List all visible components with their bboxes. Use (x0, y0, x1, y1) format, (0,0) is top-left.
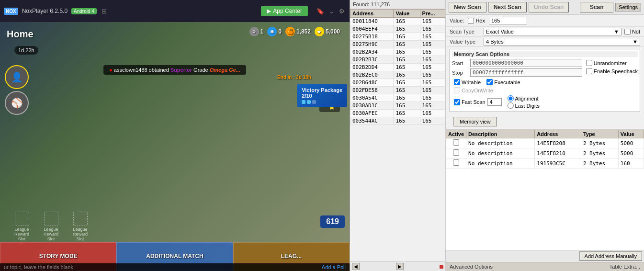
scan-prev: 165 (420, 41, 445, 48)
scan-prev: 165 (420, 25, 445, 33)
table-extra-label[interactable]: Table Extra... (610, 264, 640, 270)
new-scan-button[interactable]: New Scan (449, 2, 486, 12)
scan-table-row[interactable]: 002FDE58165165 (350, 87, 445, 94)
start-row: Start (452, 59, 582, 67)
slot-label-2: League Reward Slot (44, 227, 58, 241)
scan-value: 165 (394, 41, 420, 48)
writable-check[interactable]: Writable (454, 79, 481, 85)
copyonwrite-label: CopyOnWrite (462, 88, 493, 93)
hex-check-label: Hex (475, 18, 485, 23)
nox-extra-icon[interactable]: ⊞ (101, 7, 108, 16)
copyonwrite-input[interactable] (454, 87, 460, 93)
scan-table-row[interactable]: 00275H9C165165 (350, 41, 445, 48)
hex-check-input[interactable] (468, 18, 474, 24)
scan-value: 165 (394, 110, 420, 117)
blue-icon: ❄ (267, 27, 277, 36)
settings-button[interactable]: Settings (615, 3, 641, 11)
active-cell[interactable] (446, 148, 466, 158)
scan-table-row[interactable]: 0030AFEC165165 (350, 110, 445, 117)
stop-input[interactable] (470, 68, 582, 77)
fast-scan-value[interactable] (487, 98, 502, 106)
scroll-right-btn[interactable]: ▶ (396, 263, 404, 270)
unrandomizer-check[interactable]: Unrandomizer (586, 60, 638, 66)
scan-table-row[interactable]: 002B2B3C165165 (350, 56, 445, 64)
orange-resource: 🍊 1,852 (285, 27, 311, 36)
ce-scan-buttons: New Scan Next Scan Undo Scan Scan Settin… (446, 0, 644, 15)
chevron-down-icon[interactable]: ⌄ (328, 7, 335, 16)
game-top-bar: ⚙ 1 ❄ 0 🍊 1,852 ★ 5,000 (249, 27, 340, 36)
writable-label: Writable (462, 79, 481, 85)
scan-table-row[interactable]: 00275B18165165 (350, 33, 445, 41)
stop-scan-icon[interactable] (440, 265, 443, 269)
undo-scan-button[interactable]: Undo Scan (529, 2, 569, 12)
active-checkbox[interactable] (453, 139, 459, 146)
app-center-button[interactable]: ▶ App Center (261, 6, 308, 16)
add-address-button[interactable]: Add Address Manually (579, 251, 642, 261)
address-table-row[interactable]: No description14E5F82102 Bytes5000 (446, 148, 644, 158)
speedhack-check[interactable]: Enable Speedhack (586, 68, 638, 74)
advanced-options-label[interactable]: Advanced Options (450, 264, 493, 270)
not-checkbox[interactable]: Not (624, 29, 640, 35)
copyonwrite-row: CopyOnWrite (452, 86, 582, 94)
copyonwrite-check[interactable]: CopyOnWrite (454, 87, 580, 93)
address-table-scroll[interactable]: Active Description Address Type Value No… (446, 130, 644, 250)
avatar-1: 👤 (5, 65, 29, 89)
scan-table-row[interactable]: 003544AC165165 (350, 117, 445, 125)
scan-value: 165 (394, 79, 420, 87)
value-type-dropdown[interactable]: 4 Bytes ▼ (484, 38, 640, 45)
address-table-row[interactable]: No description14E5F82082 Bytes5000 (446, 138, 644, 148)
level-value: 1 (260, 28, 264, 35)
scan-table[interactable]: Address Value Pre... 000118401651650004E… (350, 9, 445, 261)
executable-check-input[interactable] (486, 79, 493, 85)
scroll-left-btn[interactable]: ◀ (352, 263, 360, 270)
unrandomizer-input[interactable] (586, 60, 592, 66)
memory-view-button[interactable]: Memory view (453, 117, 497, 126)
writable-check-input[interactable] (454, 79, 460, 85)
scan-table-row[interactable]: 00011840165165 (350, 18, 445, 25)
bookmark-icon[interactable]: 🔖 (316, 7, 325, 16)
scan-button[interactable]: Scan (580, 2, 613, 12)
slot-3: League Reward Slot (73, 212, 88, 241)
game-screen: Home ⚙ 1 ❄ 0 🍊 1,852 ★ 5,000 ● assclown1 (0, 22, 350, 271)
active-checkbox[interactable] (453, 159, 459, 166)
next-scan-button[interactable]: Next Scan (488, 2, 527, 12)
description-cell: No description (466, 148, 535, 158)
scan-table-row[interactable]: 0030A54C165165 (350, 94, 445, 102)
scan-table-row[interactable]: 002B2EC0165165 (350, 71, 445, 79)
active-checkbox[interactable] (453, 149, 459, 156)
active-cell[interactable] (446, 158, 466, 169)
scan-table-row[interactable]: 002B2DD4165165 (350, 64, 445, 71)
fast-scan-row: Fast Scan Alignment Last Digit (452, 94, 582, 110)
not-check-input[interactable] (624, 29, 631, 35)
fast-scan-check[interactable]: Fast Scan (454, 99, 486, 105)
memory-options-title: Memory Scan Options (452, 51, 638, 57)
description-cell: No description (466, 138, 535, 148)
scan-address: 00011840 (350, 18, 394, 25)
col-address: Address (350, 10, 394, 18)
scan-table-row[interactable]: 0004EEF4165165 (350, 25, 445, 33)
scan-address: 0030AD1C (350, 102, 394, 110)
add-poll-link[interactable]: Add a Poll (322, 264, 346, 270)
settings-icon[interactable]: ⚙ (338, 7, 346, 16)
scan-type-dropdown[interactable]: Exact Value ▼ (484, 28, 621, 35)
scan-table-row[interactable]: 002B648C165165 (350, 79, 445, 87)
last-digits-radio[interactable]: Last Digits (508, 102, 540, 109)
scan-table-row[interactable]: 0030AD1C165165 (350, 102, 445, 110)
hex-checkbox[interactable]: Hex (468, 18, 485, 24)
value-input[interactable] (489, 17, 527, 24)
active-cell[interactable] (446, 138, 466, 148)
scan-value: 165 (394, 25, 420, 33)
scan-prev: 165 (420, 56, 445, 64)
last-digits-radio-input[interactable] (508, 102, 514, 109)
scan-value: 165 (394, 33, 420, 41)
scan-table-row[interactable]: 002B2A34165165 (350, 48, 445, 56)
alignment-radio[interactable]: Alignment (508, 95, 540, 102)
scan-prev: 165 (420, 102, 445, 110)
fast-scan-input-check[interactable] (454, 99, 460, 105)
start-input[interactable] (470, 59, 582, 67)
executable-check[interactable]: Executable (486, 79, 520, 85)
stop-row: Stop (452, 68, 582, 77)
address-table-row[interactable]: No description191593C5C2 Bytes160 (446, 158, 644, 169)
speedhack-input[interactable] (586, 68, 592, 74)
alignment-radio-input[interactable] (508, 95, 514, 102)
